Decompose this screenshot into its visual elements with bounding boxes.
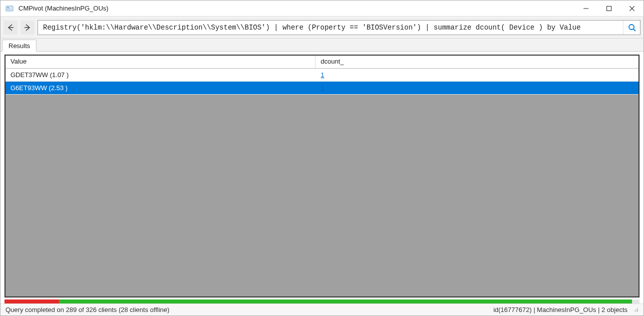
window-title: CMPivot (MachinesInPG_OUs) <box>18 5 574 12</box>
toolbar <box>0 17 644 39</box>
query-input[interactable] <box>38 21 623 35</box>
grid-header: Value dcount_ <box>6 56 638 69</box>
cell-value: GDET37WW (1.07 ) <box>6 69 316 81</box>
svg-point-7 <box>629 25 634 30</box>
svg-point-11 <box>637 309 638 310</box>
maximize-button[interactable] <box>598 1 620 16</box>
progress-segment-offline <box>4 299 59 303</box>
table-row[interactable]: G6ET93WW (2.53 )1 <box>6 82 638 95</box>
dcount-link[interactable]: 1 <box>320 84 324 92</box>
table-row[interactable]: GDET37WW (1.07 )1 <box>6 69 638 82</box>
svg-rect-1 <box>7 7 9 8</box>
close-button[interactable] <box>620 1 644 16</box>
svg-line-8 <box>634 29 636 31</box>
app-icon <box>6 5 14 13</box>
svg-point-12 <box>634 310 635 311</box>
svg-rect-4 <box>607 6 612 11</box>
search-icon <box>628 23 636 32</box>
progress-bar <box>4 299 640 303</box>
cell-value: G6ET93WW (2.53 ) <box>6 82 316 94</box>
status-left-text: Query completed on 289 of 326 clients (2… <box>6 306 170 313</box>
column-header-dcount[interactable]: dcount_ <box>316 56 638 68</box>
status-right-text: id(16777672) | MachinesInPG_OUs | 2 obje… <box>494 306 628 313</box>
minimize-button[interactable] <box>574 1 598 16</box>
forward-button[interactable] <box>20 21 34 35</box>
query-bar <box>38 20 640 35</box>
svg-point-14 <box>637 307 638 308</box>
status-right: id(16777672) | MachinesInPG_OUs | 2 obje… <box>494 306 638 313</box>
arrow-right-icon <box>23 23 32 32</box>
window-controls <box>574 1 644 16</box>
dcount-link[interactable]: 1 <box>320 71 324 79</box>
cell-dcount: 1 <box>316 69 638 81</box>
svg-point-9 <box>637 310 638 311</box>
progress-segment-online <box>59 299 632 303</box>
statusbar: Query completed on 289 of 326 clients (2… <box>0 303 644 315</box>
column-header-value[interactable]: Value <box>6 56 316 68</box>
results-area: Value dcount_ GDET37WW (1.07 )1G6ET93WW … <box>0 52 644 299</box>
window: CMPivot (MachinesInPG_OUs) <box>0 0 644 316</box>
titlebar: CMPivot (MachinesInPG_OUs) <box>0 1 644 17</box>
grid-body[interactable]: GDET37WW (1.07 )1G6ET93WW (2.53 )1 <box>6 69 638 296</box>
back-button[interactable] <box>4 21 18 35</box>
run-query-button[interactable] <box>623 21 640 35</box>
svg-point-10 <box>636 310 636 311</box>
tabstrip: Results <box>0 39 644 52</box>
results-grid: Value dcount_ GDET37WW (1.07 )1G6ET93WW … <box>4 55 640 297</box>
arrow-left-icon <box>6 23 15 32</box>
resize-grip-icon[interactable] <box>632 306 638 313</box>
svg-point-13 <box>636 309 636 310</box>
cell-dcount: 1 <box>316 82 638 94</box>
svg-rect-2 <box>7 9 10 10</box>
tab-results[interactable]: Results <box>2 40 36 52</box>
